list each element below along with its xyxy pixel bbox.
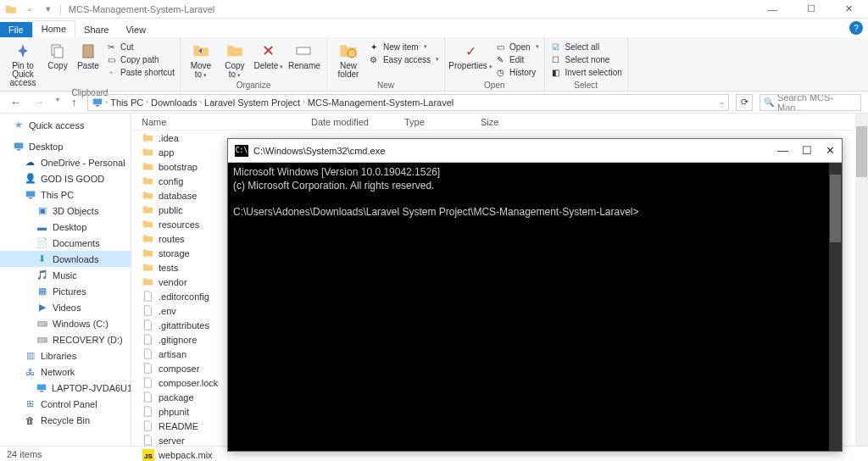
- search-input[interactable]: 🔍Search MCS-Man...: [760, 94, 861, 111]
- cmd-close-button[interactable]: ✕: [826, 144, 835, 157]
- sidebar-music[interactable]: 🎵Music: [0, 267, 131, 283]
- recent-button[interactable]: ▾: [53, 94, 63, 110]
- folder-icon: [142, 203, 154, 216]
- sidebar-network[interactable]: 🖧Network: [0, 364, 131, 380]
- sidebar-videos[interactable]: ▶Videos: [0, 299, 131, 315]
- sidebar-libraries[interactable]: ▥Libraries: [0, 347, 131, 364]
- sidebar-pictures[interactable]: ▦Pictures: [0, 283, 131, 299]
- maximize-button[interactable]: ☐: [792, 0, 830, 19]
- breadcrumb[interactable]: MCS-Management-System-Laravel: [308, 97, 453, 108]
- sidebar-desktop[interactable]: ▬Desktop: [0, 219, 131, 235]
- tab-share[interactable]: Share: [75, 22, 117, 37]
- easy-access-button[interactable]: ⚙Easy access▾: [368, 53, 439, 65]
- breadcrumb[interactable]: Laravel System Project: [204, 97, 300, 108]
- cmd-icon: C:\: [235, 145, 248, 157]
- copy-path-button[interactable]: ▭Copy path: [105, 53, 175, 65]
- rename-button[interactable]: Rename: [287, 39, 321, 70]
- pc-icon: [92, 97, 103, 108]
- sidebar-drive-d[interactable]: RECOVERY (D:): [0, 331, 131, 347]
- breadcrumb[interactable]: Downloads: [151, 97, 197, 108]
- file-icon: [142, 319, 154, 331]
- forward-button[interactable]: →: [30, 94, 47, 110]
- folder-icon: [142, 261, 154, 274]
- up-button[interactable]: ↑: [68, 94, 81, 110]
- sidebar-quick-access[interactable]: ★Quick access: [0, 117, 131, 133]
- file-icon: [142, 405, 154, 418]
- tab-file[interactable]: File: [0, 22, 32, 37]
- file-name: artisan: [159, 349, 186, 359]
- invert-selection-button[interactable]: ◧Invert selection: [550, 66, 622, 78]
- file-icon: [142, 419, 154, 432]
- column-type[interactable]: Type: [394, 117, 470, 127]
- cmd-title: C:\Windows\System32\cmd.exe: [253, 146, 385, 156]
- sidebar-control-panel[interactable]: ⊞Control Panel: [0, 396, 131, 412]
- qat-icon[interactable]: ▫: [22, 2, 37, 17]
- properties-button[interactable]: ✓Properties▾: [450, 39, 491, 70]
- file-icon: [142, 362, 154, 375]
- history-button[interactable]: ◷History: [494, 66, 538, 78]
- back-button[interactable]: ←: [7, 94, 25, 110]
- group-label: Open: [450, 80, 538, 90]
- cmd-window[interactable]: C:\ C:\Windows\System32\cmd.exe — ☐ ✕ Mi…: [227, 138, 843, 452]
- copy-to-button[interactable]: Copy to▾: [220, 39, 250, 79]
- cut-button[interactable]: ✂Cut: [105, 41, 175, 53]
- sidebar-drive-c[interactable]: Windows (C:): [0, 315, 131, 331]
- sidebar-item[interactable]: 👤GOD IS GOOD: [0, 170, 131, 186]
- sidebar-this-pc[interactable]: This PC: [0, 186, 131, 203]
- move-to-button[interactable]: Move to▾: [186, 39, 216, 79]
- pin-to-quick-access-button[interactable]: Pin to Quick access: [5, 39, 41, 87]
- breadcrumb[interactable]: This PC: [110, 97, 143, 108]
- group-label: New: [332, 80, 439, 90]
- new-item-button[interactable]: ✦New item▾: [368, 41, 439, 53]
- paste-button[interactable]: Paste: [75, 39, 102, 70]
- help-icon[interactable]: ?: [849, 21, 863, 35]
- file-icon: [142, 333, 154, 346]
- file-icon: [142, 376, 154, 389]
- paste-shortcut-button[interactable]: ▫Paste shortcut: [105, 66, 175, 78]
- window-title: MCS-Management-System-Laravel: [69, 4, 214, 14]
- cmd-maximize-button[interactable]: ☐: [802, 144, 812, 157]
- select-all-button[interactable]: ☑Select all: [550, 41, 622, 53]
- file-name: package: [159, 392, 194, 403]
- close-button[interactable]: ✕: [830, 0, 868, 19]
- sidebar-laptop[interactable]: LAPTOP-JVDA6U1D: [0, 380, 131, 396]
- tab-view[interactable]: View: [117, 22, 154, 37]
- select-none-button[interactable]: ☐Select none: [550, 53, 622, 65]
- folder-icon: [142, 275, 154, 288]
- refresh-button[interactable]: ⟳: [736, 94, 753, 111]
- cmd-output[interactable]: Microsoft Windows [Version 10.0.19042.15…: [228, 163, 842, 451]
- address-bar[interactable]: › This PC› Downloads› Laravel System Pro…: [87, 94, 730, 111]
- delete-button[interactable]: ✕Delete▾: [253, 39, 284, 70]
- cmd-scrollbar[interactable]: [829, 163, 842, 451]
- sidebar-recycle-bin[interactable]: 🗑Recycle Bin: [0, 412, 131, 428]
- column-name[interactable]: Name: [131, 117, 301, 127]
- tab-home[interactable]: Home: [32, 20, 75, 37]
- new-folder-button[interactable]: New folder: [332, 39, 364, 79]
- folder-icon: [142, 175, 154, 187]
- vertical-scrollbar[interactable]: [855, 114, 868, 446]
- file-icon: [142, 347, 154, 360]
- minimize-button[interactable]: —: [754, 0, 792, 19]
- file-name: server: [159, 436, 185, 446]
- copy-button[interactable]: Copy: [44, 39, 71, 70]
- edit-button[interactable]: ✎Edit: [494, 53, 538, 65]
- group-label: Organize: [186, 80, 321, 90]
- qat-icon[interactable]: ▾: [41, 2, 56, 17]
- file-name: routes: [159, 234, 185, 244]
- file-name: .editorconfig: [159, 292, 209, 302]
- sidebar-documents[interactable]: 📄Documents: [0, 235, 131, 251]
- column-date[interactable]: Date modified: [301, 117, 394, 127]
- file-name: README: [159, 421, 198, 431]
- group-label: Select: [550, 80, 622, 90]
- sidebar-desktop[interactable]: Desktop: [0, 138, 131, 154]
- open-button[interactable]: ▭Open▾: [494, 41, 538, 53]
- sidebar-3d-objects[interactable]: ▣3D Objects: [0, 203, 131, 219]
- sidebar: ★Quick access Desktop ☁OneDrive - Person…: [0, 114, 131, 446]
- file-name: resources: [159, 219, 199, 230]
- cmd-minimize-button[interactable]: —: [777, 144, 788, 157]
- file-name: .gitignore: [159, 335, 197, 345]
- folder-icon: [142, 247, 154, 259]
- column-size[interactable]: Size: [470, 117, 530, 127]
- sidebar-onedrive[interactable]: ☁OneDrive - Personal: [0, 154, 131, 170]
- sidebar-downloads[interactable]: ⬇Downloads: [0, 251, 131, 267]
